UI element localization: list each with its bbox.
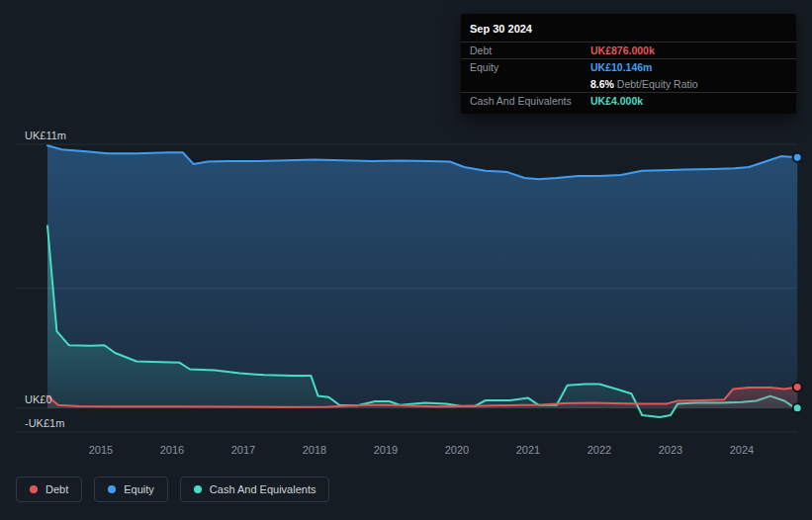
- tooltip-cash-row: Cash And Equivalents UK£4.000k: [461, 92, 796, 109]
- cash-and-equivalents-endpoint-dot: [793, 403, 802, 412]
- legend-label-equity: Equity: [124, 483, 154, 495]
- y-axis-label: -UK£1m: [25, 417, 64, 429]
- debt-endpoint-dot: [793, 383, 802, 391]
- tooltip-ratio-value: 8.6% Debt/Equity Ratio: [590, 78, 787, 90]
- x-axis-label: 2016: [160, 444, 184, 456]
- legend-item-cash[interactable]: Cash And Equivalents: [180, 477, 330, 502]
- x-axis-label: 2018: [303, 444, 326, 456]
- legend-label-cash: Cash And Equivalents: [210, 483, 316, 495]
- tooltip-cash-label: Cash And Equivalents: [470, 95, 590, 107]
- tooltip-equity-label: Equity: [470, 61, 590, 73]
- equity-endpoint-dot: [793, 153, 802, 162]
- tooltip-debt-row: Debt UK£876.000k: [461, 42, 796, 58]
- y-axis-label: UK£11m: [25, 130, 66, 141]
- x-axis-label: 2017: [231, 444, 255, 456]
- x-axis-label: 2023: [659, 444, 682, 456]
- tooltip-cash-value: UK£4.000k: [590, 95, 787, 107]
- tooltip-equity-value: UK£10.146m: [590, 61, 787, 73]
- legend-item-equity[interactable]: Equity: [94, 477, 168, 502]
- x-axis-label: 2020: [445, 444, 469, 456]
- cash-series-dot-icon: [194, 485, 202, 493]
- tooltip-debt-value: UK£876.000k: [590, 44, 787, 56]
- chart-legend: Debt Equity Cash And Equivalents: [16, 477, 329, 502]
- tooltip-ratio-percent: 8.6%: [590, 78, 614, 90]
- x-axis-label: 2015: [89, 444, 113, 456]
- x-axis-label: 2021: [516, 444, 540, 456]
- tooltip-debt-label: Debt: [470, 44, 590, 56]
- equity-series-dot-icon: [108, 485, 116, 493]
- debt-equity-history-page: UK£11mUK£0-UK£1m201520162017201820192020…: [0, 0, 812, 520]
- tooltip-ratio-text: Debt/Equity Ratio: [617, 78, 698, 90]
- tooltip-equity-row: Equity UK£10.146m: [461, 58, 796, 75]
- tooltip-date: Sep 30 2024: [461, 14, 796, 42]
- x-axis-label: 2019: [374, 444, 398, 456]
- x-axis-label: 2024: [730, 444, 754, 456]
- y-axis-label: UK£0: [25, 393, 52, 405]
- debt-series-dot-icon: [30, 485, 38, 493]
- x-axis-label: 2022: [587, 444, 611, 456]
- legend-item-debt[interactable]: Debt: [16, 477, 82, 502]
- chart-tooltip: Sep 30 2024 Debt UK£876.000k Equity UK£1…: [461, 14, 796, 114]
- tooltip-ratio-row: 8.6% Debt/Equity Ratio: [461, 75, 796, 92]
- legend-label-debt: Debt: [45, 483, 68, 495]
